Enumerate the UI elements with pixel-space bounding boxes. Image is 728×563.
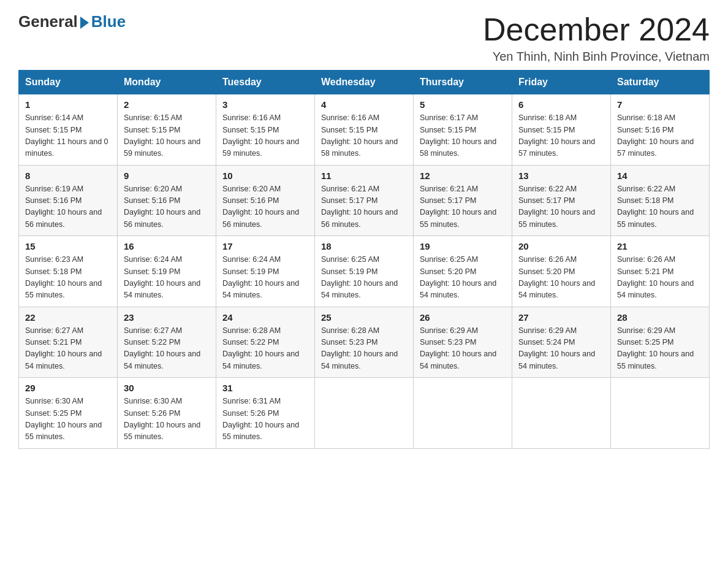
day-info: Sunrise: 6:25 AMSunset: 5:20 PMDaylight:… <box>420 254 506 302</box>
day-number: 17 <box>222 241 308 251</box>
day-number: 18 <box>321 241 407 251</box>
calendar-day-cell: 14Sunrise: 6:22 AMSunset: 5:18 PMDayligh… <box>611 165 710 236</box>
day-info: Sunrise: 6:27 AMSunset: 5:22 PMDaylight:… <box>124 325 210 373</box>
calendar-day-cell: 23Sunrise: 6:27 AMSunset: 5:22 PMDayligh… <box>118 307 216 378</box>
calendar-day-cell <box>414 378 512 449</box>
day-info: Sunrise: 6:24 AMSunset: 5:19 PMDaylight:… <box>124 254 210 302</box>
day-number: 13 <box>518 170 604 181</box>
day-info: Sunrise: 6:31 AMSunset: 5:26 PMDaylight:… <box>222 396 308 443</box>
calendar-day-cell: 25Sunrise: 6:28 AMSunset: 5:23 PMDayligh… <box>315 307 414 378</box>
day-info: Sunrise: 6:30 AMSunset: 5:25 PMDaylight:… <box>25 396 111 443</box>
day-info: Sunrise: 6:17 AMSunset: 5:15 PMDaylight:… <box>420 112 506 160</box>
day-info: Sunrise: 6:22 AMSunset: 5:17 PMDaylight:… <box>518 183 604 231</box>
day-number: 4 <box>321 99 407 110</box>
calendar-day-cell: 30Sunrise: 6:30 AMSunset: 5:26 PMDayligh… <box>118 378 216 449</box>
day-info: Sunrise: 6:28 AMSunset: 5:23 PMDaylight:… <box>321 325 407 373</box>
day-info: Sunrise: 6:23 AMSunset: 5:18 PMDaylight:… <box>25 254 111 302</box>
day-info: Sunrise: 6:30 AMSunset: 5:26 PMDaylight:… <box>124 396 210 443</box>
day-number: 27 <box>518 312 604 323</box>
calendar-day-cell: 10Sunrise: 6:20 AMSunset: 5:16 PMDayligh… <box>216 165 315 236</box>
logo: General Blue <box>18 12 126 31</box>
calendar-week-row: 15Sunrise: 6:23 AMSunset: 5:18 PMDayligh… <box>19 236 710 307</box>
calendar-day-cell: 8Sunrise: 6:19 AMSunset: 5:16 PMDaylight… <box>19 165 118 236</box>
calendar-day-cell: 6Sunrise: 6:18 AMSunset: 5:15 PMDaylight… <box>512 94 611 166</box>
calendar-day-cell: 28Sunrise: 6:29 AMSunset: 5:25 PMDayligh… <box>611 307 710 378</box>
day-info: Sunrise: 6:24 AMSunset: 5:19 PMDaylight:… <box>222 254 308 302</box>
calendar-day-cell: 12Sunrise: 6:21 AMSunset: 5:17 PMDayligh… <box>414 165 512 236</box>
day-info: Sunrise: 6:15 AMSunset: 5:15 PMDaylight:… <box>124 112 210 160</box>
title-section: December 2024 Yen Thinh, Ninh Binh Provi… <box>483 12 710 64</box>
day-number: 5 <box>420 99 506 110</box>
calendar-header-tuesday: Tuesday <box>216 71 315 94</box>
day-info: Sunrise: 6:27 AMSunset: 5:21 PMDaylight:… <box>25 325 111 373</box>
day-info: Sunrise: 6:21 AMSunset: 5:17 PMDaylight:… <box>420 183 506 231</box>
calendar-day-cell: 22Sunrise: 6:27 AMSunset: 5:21 PMDayligh… <box>19 307 118 378</box>
day-number: 14 <box>617 170 703 181</box>
day-number: 12 <box>420 170 506 181</box>
day-number: 22 <box>25 312 111 323</box>
day-number: 25 <box>321 312 407 323</box>
day-info: Sunrise: 6:18 AMSunset: 5:15 PMDaylight:… <box>518 112 604 160</box>
calendar-day-cell: 2Sunrise: 6:15 AMSunset: 5:15 PMDaylight… <box>118 94 216 166</box>
day-number: 24 <box>222 312 308 323</box>
calendar-header-friday: Friday <box>512 71 611 94</box>
logo-general-text: General <box>18 12 78 31</box>
calendar-header-thursday: Thursday <box>414 71 512 94</box>
day-info: Sunrise: 6:21 AMSunset: 5:17 PMDaylight:… <box>321 183 407 231</box>
calendar-day-cell <box>611 378 710 449</box>
calendar-day-cell <box>512 378 611 449</box>
day-info: Sunrise: 6:29 AMSunset: 5:23 PMDaylight:… <box>420 325 506 373</box>
calendar-day-cell: 15Sunrise: 6:23 AMSunset: 5:18 PMDayligh… <box>19 236 118 307</box>
day-info: Sunrise: 6:16 AMSunset: 5:15 PMDaylight:… <box>321 112 407 160</box>
calendar-day-cell: 18Sunrise: 6:25 AMSunset: 5:19 PMDayligh… <box>315 236 414 307</box>
logo-blue-text: Blue <box>91 12 126 31</box>
day-number: 30 <box>124 383 210 393</box>
day-number: 20 <box>518 241 604 251</box>
calendar-day-cell: 11Sunrise: 6:21 AMSunset: 5:17 PMDayligh… <box>315 165 414 236</box>
day-number: 7 <box>617 99 703 110</box>
day-info: Sunrise: 6:28 AMSunset: 5:22 PMDaylight:… <box>222 325 308 373</box>
location-title: Yen Thinh, Ninh Binh Province, Vietnam <box>483 50 710 64</box>
calendar-day-cell: 17Sunrise: 6:24 AMSunset: 5:19 PMDayligh… <box>216 236 315 307</box>
day-number: 8 <box>25 170 111 181</box>
calendar-day-cell: 27Sunrise: 6:29 AMSunset: 5:24 PMDayligh… <box>512 307 611 378</box>
calendar-header-monday: Monday <box>118 71 216 94</box>
calendar-week-row: 1Sunrise: 6:14 AMSunset: 5:15 PMDaylight… <box>19 94 710 166</box>
month-title: December 2024 <box>483 12 710 47</box>
calendar-day-cell: 5Sunrise: 6:17 AMSunset: 5:15 PMDaylight… <box>414 94 512 166</box>
calendar-day-cell: 26Sunrise: 6:29 AMSunset: 5:23 PMDayligh… <box>414 307 512 378</box>
page-header: General Blue December 2024 Yen Thinh, Ni… <box>18 12 710 64</box>
day-number: 26 <box>420 312 506 323</box>
day-number: 10 <box>222 170 308 181</box>
calendar-day-cell: 31Sunrise: 6:31 AMSunset: 5:26 PMDayligh… <box>216 378 315 449</box>
day-number: 21 <box>617 241 703 251</box>
day-info: Sunrise: 6:20 AMSunset: 5:16 PMDaylight:… <box>222 183 308 231</box>
day-number: 29 <box>25 383 111 393</box>
day-info: Sunrise: 6:16 AMSunset: 5:15 PMDaylight:… <box>222 112 308 160</box>
calendar-day-cell: 1Sunrise: 6:14 AMSunset: 5:15 PMDaylight… <box>19 94 118 166</box>
day-info: Sunrise: 6:26 AMSunset: 5:20 PMDaylight:… <box>518 254 604 302</box>
calendar-day-cell: 20Sunrise: 6:26 AMSunset: 5:20 PMDayligh… <box>512 236 611 307</box>
day-info: Sunrise: 6:20 AMSunset: 5:16 PMDaylight:… <box>124 183 210 231</box>
calendar-day-cell: 4Sunrise: 6:16 AMSunset: 5:15 PMDaylight… <box>315 94 414 166</box>
logo-arrow-icon <box>80 17 89 29</box>
day-info: Sunrise: 6:19 AMSunset: 5:16 PMDaylight:… <box>25 183 111 231</box>
day-info: Sunrise: 6:25 AMSunset: 5:19 PMDaylight:… <box>321 254 407 302</box>
day-number: 1 <box>25 99 111 110</box>
day-number: 28 <box>617 312 703 323</box>
calendar-day-cell: 13Sunrise: 6:22 AMSunset: 5:17 PMDayligh… <box>512 165 611 236</box>
day-number: 23 <box>124 312 210 323</box>
day-number: 19 <box>420 241 506 251</box>
day-number: 3 <box>222 99 308 110</box>
calendar-day-cell: 7Sunrise: 6:18 AMSunset: 5:16 PMDaylight… <box>611 94 710 166</box>
day-number: 2 <box>124 99 210 110</box>
day-number: 15 <box>25 241 111 251</box>
calendar-day-cell: 3Sunrise: 6:16 AMSunset: 5:15 PMDaylight… <box>216 94 315 166</box>
day-info: Sunrise: 6:26 AMSunset: 5:21 PMDaylight:… <box>617 254 703 302</box>
day-info: Sunrise: 6:18 AMSunset: 5:16 PMDaylight:… <box>617 112 703 160</box>
calendar-day-cell: 29Sunrise: 6:30 AMSunset: 5:25 PMDayligh… <box>19 378 118 449</box>
calendar-week-row: 29Sunrise: 6:30 AMSunset: 5:25 PMDayligh… <box>19 378 710 449</box>
calendar-day-cell: 9Sunrise: 6:20 AMSunset: 5:16 PMDaylight… <box>118 165 216 236</box>
calendar-week-row: 8Sunrise: 6:19 AMSunset: 5:16 PMDaylight… <box>19 165 710 236</box>
day-info: Sunrise: 6:29 AMSunset: 5:25 PMDaylight:… <box>617 325 703 373</box>
